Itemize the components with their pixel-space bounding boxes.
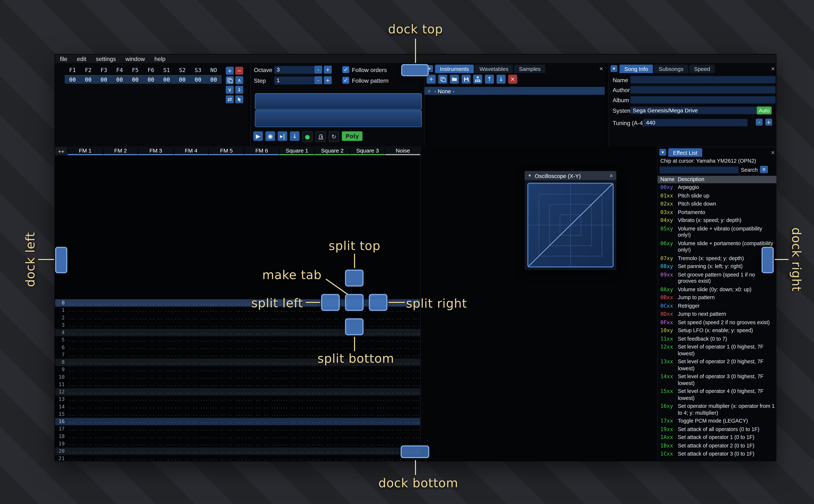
- close-instruments-button[interactable]: ×: [600, 65, 603, 72]
- pattern-cell[interactable]: ... .. .. ...: [208, 307, 244, 314]
- pattern-cell[interactable]: ... .. .. ...: [138, 329, 173, 336]
- pattern-cell[interactable]: ... .. .. ...: [173, 321, 208, 329]
- pattern-cell[interactable]: ... .. .. ...: [350, 299, 385, 307]
- pattern-cell[interactable]: ... .. .. ...: [208, 314, 244, 321]
- pattern-cell[interactable]: ... .. .. ...: [244, 344, 279, 351]
- pattern-cell[interactable]: ... .. .. ...: [138, 336, 173, 344]
- pattern-cell[interactable]: ... .. .. ...: [279, 321, 314, 329]
- pattern-cell[interactable]: ... .. .. ...: [350, 447, 385, 455]
- effect-row[interactable]: 03xxPortamento: [658, 208, 776, 217]
- system-select[interactable]: Sega Genesis/Mega Drive: [630, 106, 758, 114]
- pattern-cell[interactable]: ... .. .. ...: [173, 358, 208, 366]
- pattern-cell[interactable]: ... .. .. ...: [208, 447, 244, 455]
- pattern-cell[interactable]: ... .. .. ...: [173, 366, 208, 373]
- pattern-cell[interactable]: ... .. .. ...: [173, 388, 208, 395]
- move-order-up-button[interactable]: ∧: [235, 76, 243, 84]
- pattern-cell[interactable]: ... .. .. ...: [103, 366, 138, 373]
- save-instrument-button[interactable]: [462, 75, 471, 84]
- asset-tab-wavetables[interactable]: Wavetables: [475, 64, 513, 73]
- pattern-cell[interactable]: ... .. .. ...: [244, 351, 279, 358]
- pattern-cell[interactable]: ... .. .. ...: [279, 388, 314, 395]
- pattern-cell[interactable]: ... .. .. ...: [67, 344, 102, 351]
- pattern-cell[interactable]: ... .. .. ...: [314, 425, 349, 433]
- pattern-cell[interactable]: ... .. .. ...: [385, 351, 420, 358]
- pattern-row[interactable]: 3... .. .. ...... .. .. ...... .. .. ...…: [55, 321, 420, 329]
- order-change-mode-button[interactable]: ⇄: [226, 95, 234, 103]
- effect-row[interactable]: 05xyVolume slide + vibrato (compatibilit…: [658, 225, 776, 240]
- pattern-cell[interactable]: ... .. .. ...: [138, 381, 173, 388]
- effect-row[interactable]: 1AxxSet attack of operator 1 (0 to 1F): [658, 434, 776, 442]
- open-instrument-button[interactable]: [450, 75, 459, 84]
- pattern-cell[interactable]: ... .. .. ...: [314, 410, 349, 418]
- effect-list-menu-button[interactable]: ≡: [760, 166, 768, 173]
- pattern-cell[interactable]: ... .. .. ...: [244, 433, 279, 440]
- pattern-cell[interactable]: ... .. .. ...: [103, 344, 138, 351]
- pattern-cell[interactable]: ... .. .. ...: [279, 344, 314, 351]
- pattern-cell[interactable]: ... .. .. ...: [103, 381, 138, 388]
- pattern-cell[interactable]: ... .. .. ...: [208, 396, 244, 403]
- pattern-cell[interactable]: ... .. .. ...: [314, 455, 349, 461]
- effect-row[interactable]: 11xxSet feedback (0 to 7): [658, 335, 776, 343]
- pattern-row[interactable]: 19... .. .. ...... .. .. ...... .. .. ..…: [55, 440, 420, 447]
- pattern-cell[interactable]: ... .. .. ...: [244, 388, 279, 395]
- pattern-cell[interactable]: ... .. .. ...: [385, 336, 420, 344]
- pattern-cell[interactable]: ... .. .. ...: [314, 358, 349, 366]
- order-cell[interactable]: 00: [127, 76, 143, 84]
- album-input[interactable]: [630, 96, 776, 104]
- name-input[interactable]: [630, 76, 776, 84]
- play-from-cursor-button[interactable]: ▸|: [278, 131, 287, 141]
- pattern-cell[interactable]: ... .. .. ...: [314, 307, 349, 314]
- tuning-increase-button[interactable]: +: [765, 119, 772, 125]
- pattern-cell[interactable]: ... .. .. ...: [279, 373, 314, 381]
- pattern-cell[interactable]: ... .. .. ...: [314, 314, 349, 321]
- pattern-cell[interactable]: ... .. .. ...: [173, 433, 208, 440]
- pattern-cell[interactable]: ... .. .. ...: [350, 440, 385, 447]
- pattern-cell[interactable]: ... .. .. ...: [244, 396, 279, 403]
- pattern-cell[interactable]: ... .. .. ...: [314, 396, 349, 403]
- pattern-cell[interactable]: ... .. .. ...: [67, 373, 102, 381]
- pattern-cell[interactable]: ... .. .. ...: [314, 381, 349, 388]
- pattern-cell[interactable]: ... .. .. ...: [173, 440, 208, 447]
- pattern-cell[interactable]: ... .. .. ...: [138, 366, 173, 373]
- song-tab-speed[interactable]: Speed: [689, 64, 715, 73]
- pattern-cell[interactable]: ... .. .. ...: [67, 299, 102, 307]
- pattern-cell[interactable]: ... .. .. ...: [138, 388, 173, 395]
- pattern-cell[interactable]: ... .. .. ...: [350, 307, 385, 314]
- order-cell[interactable]: 00: [96, 76, 112, 84]
- pattern-cell[interactable]: ... .. .. ...: [208, 299, 244, 307]
- pattern-cell[interactable]: ... .. .. ...: [208, 403, 244, 410]
- pattern-cell[interactable]: ... .. .. ...: [67, 314, 102, 321]
- pattern-cell[interactable]: ... .. .. ...: [385, 314, 420, 321]
- pattern-cell[interactable]: ... .. .. ...: [385, 403, 420, 410]
- order-cell[interactable]: 00: [174, 76, 190, 84]
- pattern-cell[interactable]: ... .. .. ...: [350, 373, 385, 381]
- tuning-input[interactable]: 440: [643, 119, 748, 127]
- pattern-row[interactable]: 8... .. .. ...... .. .. ...... .. .. ...…: [55, 358, 420, 366]
- pattern-row[interactable]: 11... .. .. ...... .. .. ...... .. .. ..…: [55, 381, 420, 388]
- pattern-row[interactable]: 16... .. .. ...... .. .. ...... .. .. ..…: [55, 418, 420, 425]
- pattern-cell[interactable]: ... .. .. ...: [67, 366, 102, 373]
- effect-row[interactable]: 16xySet operator multiplier (x: operator…: [658, 403, 776, 417]
- pattern-cell[interactable]: ... .. .. ...: [314, 388, 349, 395]
- pattern-cell[interactable]: ... .. .. ...: [385, 366, 420, 373]
- pattern-row[interactable]: 21... .. .. ...... .. .. ...... .. .. ..…: [55, 455, 420, 461]
- pattern-cell[interactable]: ... .. .. ...: [314, 344, 349, 351]
- pattern-cell[interactable]: ... .. .. ...: [279, 455, 314, 461]
- pattern-cell[interactable]: ... .. .. ...: [385, 307, 420, 314]
- pattern-cell[interactable]: ... .. .. ...: [173, 396, 208, 403]
- pattern-cell[interactable]: ... .. .. ...: [173, 373, 208, 381]
- pattern-cell[interactable]: ... .. .. ...: [350, 388, 385, 395]
- pattern-cell[interactable]: ... .. .. ...: [244, 321, 279, 329]
- pattern-cell[interactable]: ... .. .. ...: [67, 329, 102, 336]
- pattern-cell[interactable]: ... .. .. ...: [208, 410, 244, 418]
- pattern-cell[interactable]: ... .. .. ...: [279, 358, 314, 366]
- pattern-cell[interactable]: ... .. .. ...: [103, 336, 138, 344]
- pattern-cell[interactable]: ... .. .. ...: [350, 433, 385, 440]
- pattern-cell[interactable]: ... .. .. ...: [138, 299, 173, 307]
- effect-row[interactable]: 14xxSet level of operator 3 (0 highest, …: [658, 373, 776, 388]
- move-instrument-down-button[interactable]: ↓: [497, 75, 506, 84]
- pattern-cell[interactable]: ... .. .. ...: [244, 410, 279, 418]
- octave-decrease-button[interactable]: -: [314, 66, 322, 74]
- pattern-cell[interactable]: ... .. .. ...: [385, 358, 420, 366]
- edit-record-toggle[interactable]: ●: [302, 131, 313, 142]
